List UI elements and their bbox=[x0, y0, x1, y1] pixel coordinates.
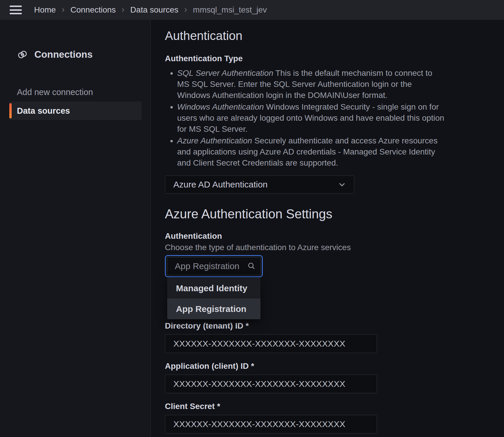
breadcrumb: Home › Connections › Data sources › mmsq… bbox=[34, 5, 267, 15]
authentication-type-select[interactable]: Azure AD Authentication bbox=[165, 175, 354, 194]
azure-authentication-combobox: Managed Identity App Registration bbox=[165, 255, 263, 277]
breadcrumb-data-sources[interactable]: Data sources bbox=[130, 5, 178, 15]
breadcrumb-home[interactable]: Home bbox=[34, 5, 56, 15]
grafana-app: Home › Connections › Data sources › mmsq… bbox=[0, 0, 504, 437]
menu-toggle-button[interactable] bbox=[10, 5, 22, 15]
list-item: Azure Authentication Securely authentica… bbox=[177, 135, 445, 169]
section-title-azure-settings: Azure Authentication Settings bbox=[165, 206, 504, 222]
list-item: SQL Server Authentication This is the de… bbox=[177, 68, 445, 101]
focus-ring bbox=[165, 255, 263, 277]
azure-authentication-dropdown-menu: Managed Identity App Registration bbox=[167, 278, 260, 319]
breadcrumb-separator-icon: › bbox=[184, 5, 187, 14]
breadcrumb-current-datasource: mmsql_msi_test_jev bbox=[193, 5, 267, 15]
directory-tenant-id-group: Directory (tenant) ID * bbox=[165, 321, 504, 353]
auth-term: SQL Server Authentication bbox=[177, 69, 273, 78]
application-client-id-input[interactable] bbox=[165, 375, 377, 393]
breadcrumb-connections[interactable]: Connections bbox=[71, 5, 116, 15]
auth-term: Windows Authentication bbox=[177, 102, 264, 111]
breadcrumb-separator-icon: › bbox=[62, 5, 65, 14]
main-content: Authentication Authentication Type SQL S… bbox=[151, 20, 504, 437]
connections-rings-icon bbox=[17, 49, 28, 60]
application-client-id-group: Application (client) ID * bbox=[165, 361, 504, 393]
directory-tenant-id-input[interactable] bbox=[165, 334, 377, 353]
sidebar-item-add-new-connection[interactable]: Add new connection bbox=[9, 83, 141, 101]
azure-authentication-label: Authentication bbox=[165, 231, 504, 241]
directory-tenant-id-label: Directory (tenant) ID * bbox=[165, 321, 504, 331]
sidebar: Connections Add new connection Data sour… bbox=[0, 20, 151, 437]
authentication-type-label: Authentication Type bbox=[165, 54, 504, 64]
auth-type-descriptions: SQL Server Authentication This is the de… bbox=[165, 68, 445, 169]
sidebar-item-data-sources[interactable]: Data sources bbox=[9, 101, 142, 120]
application-client-id-label: Application (client) ID * bbox=[165, 361, 504, 371]
sidebar-nav: Add new connection Data sources bbox=[0, 83, 150, 120]
sidebar-section-connections[interactable]: Connections bbox=[17, 49, 150, 60]
sidebar-title-label: Connections bbox=[34, 49, 93, 60]
client-secret-input[interactable] bbox=[165, 415, 377, 434]
active-indicator bbox=[9, 103, 12, 118]
dropdown-option-managed-identity[interactable]: Managed Identity bbox=[167, 278, 260, 299]
azure-authentication-select-input[interactable] bbox=[167, 257, 261, 275]
list-item: Windows Authentication Windows Integrate… bbox=[177, 101, 445, 135]
chevron-down-icon bbox=[338, 180, 346, 189]
authentication-type-select-value: Azure AD Authentication bbox=[173, 180, 268, 189]
client-secret-group: Client Secret * bbox=[165, 401, 504, 434]
auth-term: Azure Authentication bbox=[177, 136, 252, 145]
breadcrumb-separator-icon: › bbox=[121, 5, 124, 14]
section-title-authentication: Authentication bbox=[165, 29, 504, 43]
azure-authentication-description: Choose the type of authentication to Azu… bbox=[165, 242, 504, 253]
dropdown-option-app-registration[interactable]: App Registration bbox=[167, 299, 260, 319]
topbar: Home › Connections › Data sources › mmsq… bbox=[0, 0, 504, 20]
client-secret-label: Client Secret * bbox=[165, 401, 504, 411]
